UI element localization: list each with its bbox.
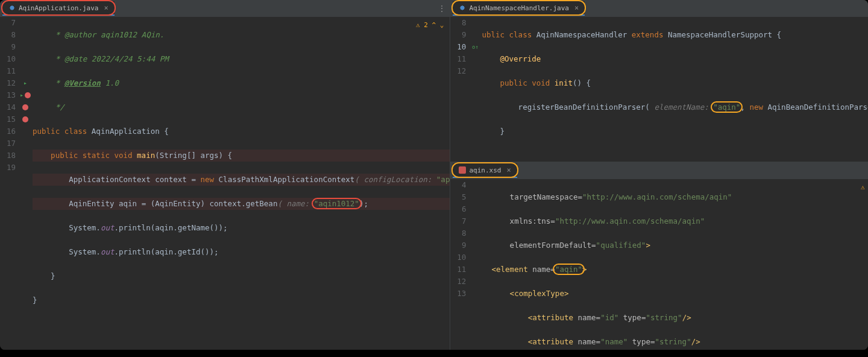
close-icon[interactable]: ×	[506, 166, 511, 174]
breakpoint-icon[interactable]	[22, 104, 28, 110]
highlight-aqin: "aqin"	[713, 103, 740, 112]
highlight-aqin1012: "aqin1012"	[314, 199, 359, 208]
editor[interactable]: ✓ 89101112 o↑ ublic class AqinNamespaceH…	[450, 17, 868, 162]
code-area[interactable]: ublic class AqinNamespaceHandler extends…	[479, 17, 868, 162]
line-gutter: 78910111213141516171819	[0, 17, 20, 350]
tab-aqin-xsd[interactable]: aqin.xsd ×	[453, 163, 517, 178]
tab-label: aqin.xsd	[469, 166, 501, 174]
more-icon[interactable]: ⋮	[438, 4, 446, 13]
java-icon	[459, 4, 466, 11]
close-icon[interactable]: ×	[104, 4, 108, 12]
left-column: AqinApplication.java × ⋮ ⚠ 2 ^ ⌄ 7891011…	[0, 0, 450, 350]
tabrow: AqinApplication.java × ⋮	[0, 0, 450, 17]
override-gutter: o↑	[471, 17, 479, 162]
close-icon[interactable]: ×	[574, 4, 579, 12]
tab-aqin-application[interactable]: AqinApplication.java ×	[2, 1, 115, 16]
editor[interactable]: ⚠ 2 ^ ⌄ 78910111213141516171819 ▸ ▸ * @a…	[0, 17, 450, 350]
tabrow: AqinNamespaceHandler.java × ⋮	[450, 0, 868, 17]
tab-label: AqinApplication.java	[19, 4, 98, 12]
tabrow: aqin.xsd × ⋮	[450, 162, 868, 179]
xml-icon	[459, 166, 466, 174]
tab-namespace-handler[interactable]: AqinNamespaceHandler.java ×	[453, 1, 585, 16]
ide-window: AqinApplication.java × ⋮ ⚠ 2 ^ ⌄ 7891011…	[0, 0, 868, 350]
highlight-aqin: "aqin"	[555, 265, 582, 274]
editor[interactable]: ⚠ 1 ^ ⌄ 45678910111213 targetNamespace="…	[450, 179, 868, 350]
run-icon[interactable]: ▸	[24, 77, 27, 89]
tab-label: AqinNamespaceHandler.java	[469, 4, 569, 12]
java-icon	[8, 4, 16, 11]
override-icon[interactable]: o↑	[471, 41, 479, 53]
pane-namespace-handler: AqinNamespaceHandler.java × ⋮ ✓ 89101112…	[450, 0, 868, 162]
pane-aqin-application: AqinApplication.java × ⋮ ⚠ 2 ^ ⌄ 7891011…	[0, 0, 450, 350]
code-area[interactable]: targetNamespace="http://www.aqin.com/sch…	[471, 179, 868, 350]
code-area[interactable]: * @author aqin1012 AQin. * @date 2022/4/…	[30, 17, 450, 350]
right-column: AqinNamespaceHandler.java × ⋮ ✓ 89101112…	[450, 0, 868, 350]
line-gutter: 89101112	[450, 17, 471, 162]
marker-gutter: ▸ ▸	[20, 17, 30, 350]
breakpoint-icon[interactable]	[22, 116, 28, 122]
pane-aqin-xsd: aqin.xsd × ⋮ ⚠ 1 ^ ⌄ 45678910111213 targ…	[450, 162, 868, 350]
line-gutter: 45678910111213	[450, 179, 471, 350]
run-icon[interactable]: ▸	[20, 89, 24, 101]
